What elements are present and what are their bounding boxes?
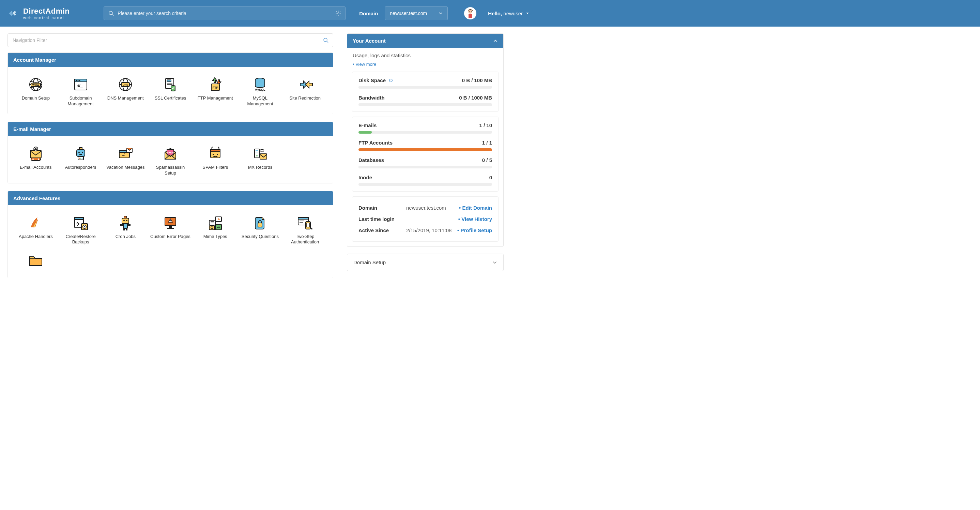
tile-spamassassin-setup[interactable]: SPAMSpamassassin Setup (149, 144, 191, 178)
svg-rect-82 (169, 226, 172, 228)
svg-point-2 (338, 13, 339, 14)
stat-value: 0 / 5 (482, 157, 492, 163)
tile-mime-types[interactable]: Mime Types (194, 214, 237, 247)
stat-row: Disk Space0 B / 100 MB (358, 77, 492, 83)
tile-autoresponders[interactable]: Autoresponders (60, 144, 102, 178)
svg-text:://_: ://_ (77, 83, 83, 88)
tile-spam-filters[interactable]: SPAM Filters (194, 144, 237, 178)
svg-rect-99 (307, 223, 309, 227)
user-menu[interactable]: Hello, newuser (488, 11, 530, 16)
svg-rect-75 (121, 224, 123, 226)
tile-security-questions[interactable]: Security Questions (239, 214, 282, 247)
svg-rect-74 (123, 224, 127, 228)
svg-text:WWW: WWW (32, 84, 39, 86)
navigation-filter-input[interactable] (8, 33, 333, 47)
tile-ftp-management[interactable]: FTPFTP Management (194, 75, 237, 108)
global-search (103, 6, 345, 20)
svg-point-71 (123, 220, 125, 221)
mx-records-icon (252, 145, 268, 162)
svg-rect-70 (122, 218, 129, 224)
tile-site-redirection[interactable]: Site Redirection (284, 75, 326, 108)
collapse-label: Domain Setup (353, 260, 386, 265)
tile-cron-jobs[interactable]: Cron Jobs (104, 214, 146, 247)
tile-label: Apache Handlers (15, 234, 56, 240)
tile-email-accounts[interactable]: E-mail Accounts (15, 144, 57, 178)
tile-subdomain-management[interactable]: ://_Subdomain Management (60, 75, 102, 108)
svg-text:FTP: FTP (212, 86, 218, 89)
folder-icon (28, 252, 44, 268)
progress-bar (358, 131, 492, 134)
tile-label: Vacation Messages (105, 165, 146, 171)
refresh-icon[interactable] (388, 78, 393, 83)
apache-handlers-icon (28, 215, 44, 231)
tile-domain-setup[interactable]: WWWDomain Setup (15, 75, 57, 108)
info-action-link[interactable]: • View History (458, 216, 492, 222)
svg-text:SSL: SSL (167, 80, 171, 82)
info-action-link[interactable]: • Edit Domain (459, 205, 492, 211)
tile-custom-error-pages[interactable]: Custom Error Pages (149, 214, 191, 247)
svg-point-93 (260, 224, 261, 225)
info-row: Active Since2/15/2019, 10:11:08• Profile… (358, 225, 492, 236)
domain-label: Domain (359, 11, 378, 16)
svg-rect-4 (469, 14, 472, 18)
view-more-link[interactable]: • View more (347, 60, 503, 72)
account-info-card: Domainnewuser.test.com• Edit DomainLast … (352, 196, 498, 242)
info-key: Domain (358, 205, 406, 211)
tile-create-restore-backups[interactable]: Create/Restore Backups (60, 214, 102, 247)
svg-point-5 (469, 11, 469, 12)
tile-label: SSL Certificates (150, 96, 191, 101)
tile-label: FTP Management (195, 96, 236, 101)
info-key: Active Since (358, 227, 406, 233)
spam-filters-icon (207, 145, 224, 162)
tile-label: Security Questions (240, 234, 281, 240)
svg-rect-66 (75, 217, 83, 220)
tile-mysql-management[interactable]: MySQLMySQL Management (239, 75, 282, 108)
stat-row: Inode0 (358, 175, 492, 180)
tile-ssl-certificates[interactable]: SSLSSL Certificates (149, 75, 191, 108)
section: Account ManagerWWWDomain Setup://_Subdom… (8, 53, 333, 114)
tile-dns-management[interactable]: DNSDNS Management (104, 75, 146, 108)
svg-point-72 (126, 220, 127, 221)
domain-setup-collapse[interactable]: Domain Setup (347, 253, 504, 271)
info-action-link[interactable]: • Profile Setup (457, 227, 492, 233)
chevron-down-icon (492, 260, 497, 265)
global-search-input[interactable] (103, 6, 345, 20)
email-accounts-icon (28, 145, 44, 162)
domain-select[interactable]: newuser.test.com (385, 6, 448, 20)
tile-mx-records[interactable]: MX Records (239, 144, 282, 178)
logo-icon (8, 7, 20, 19)
svg-point-51 (122, 153, 123, 154)
tile-two-step-auth[interactable]: Two-Step Authentication (284, 214, 326, 247)
progress-bar (358, 183, 492, 186)
tile-apache-handlers[interactable]: Apache Handlers (15, 214, 57, 247)
tile-label: Subdomain Management (60, 96, 101, 107)
tile-vacation-messages[interactable]: Vacation Messages (104, 144, 146, 178)
brand-logo[interactable]: DirectAdmin web control panel (8, 7, 70, 20)
svg-rect-43 (80, 154, 82, 155)
stat-name: Bandwidth (358, 95, 385, 100)
tile-label: Two-Step Authentication (285, 234, 325, 245)
svg-point-16 (76, 80, 77, 81)
tile-label: MX Records (240, 165, 281, 171)
tile-file-manager[interactable] (15, 250, 57, 273)
tile-label: DNS Management (105, 96, 146, 101)
gear-icon[interactable] (335, 10, 341, 16)
user-avatar[interactable] (464, 7, 476, 19)
svg-point-100 (308, 227, 309, 228)
svg-point-52 (124, 153, 125, 154)
tile-label: Autoresponders (60, 165, 101, 171)
security-questions-icon (252, 215, 268, 231)
svg-rect-62 (256, 152, 258, 152)
tile-label: Domain Setup (15, 96, 56, 101)
section: E-mail ManagerE-mail AccountsAutorespond… (8, 122, 333, 183)
domain-selected-value: newuser.test.com (390, 11, 427, 16)
svg-rect-40 (77, 150, 85, 156)
svg-point-81 (170, 222, 171, 222)
stat-row: Databases0 / 5 (358, 157, 492, 163)
your-account-header[interactable]: Your Account (347, 34, 503, 48)
info-value: newuser.test.com (406, 205, 459, 211)
ftp-management-icon: FTP (207, 76, 224, 93)
count-stats-card: E-mails1 / 10FTP Accounts1 / 1Databases0… (352, 116, 498, 191)
info-key: Last time login (358, 216, 406, 222)
main-content: Account ManagerWWWDomain Setup://_Subdom… (8, 33, 333, 286)
